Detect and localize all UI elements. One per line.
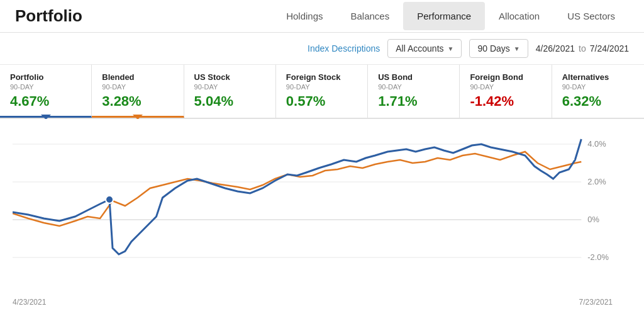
card-title-alternatives: Alternatives bbox=[562, 72, 634, 82]
tab-us-sectors[interactable]: US Sectors bbox=[553, 2, 629, 30]
chart-date-end: 7/23/2021 bbox=[579, 298, 613, 307]
perf-card-foreign-stock[interactable]: Foreign Stock 90-DAY 0.57% bbox=[276, 65, 368, 118]
perf-card-us-stock[interactable]: US Stock 90-DAY 5.04% bbox=[184, 65, 276, 118]
chevron-down-icon: ▼ bbox=[514, 45, 520, 52]
perf-card-portfolio[interactable]: Portfolio 90-DAY 4.67% bbox=[0, 65, 92, 118]
perf-card-alternatives[interactable]: Alternatives 90-DAY 6.32% bbox=[552, 65, 644, 118]
card-value-blended: 3.28% bbox=[102, 93, 173, 110]
card-title-portfolio: Portfolio bbox=[10, 72, 81, 82]
card-value-alternatives: 6.32% bbox=[562, 93, 634, 110]
performance-cards: Portfolio 90-DAY 4.67% Blended 90-DAY 3.… bbox=[0, 65, 644, 119]
card-period-us-stock: 90-DAY bbox=[194, 83, 265, 91]
date-range: 4/26/2021 to 7/24/2021 bbox=[536, 43, 629, 54]
chart-date-labels: 4/23/2021 7/23/2021 bbox=[0, 295, 644, 307]
card-title-foreign-bond: Foreign Bond bbox=[470, 72, 541, 82]
perf-card-us-bond[interactable]: US Bond 90-DAY 1.71% bbox=[368, 65, 460, 118]
card-title-blended: Blended bbox=[102, 72, 173, 82]
svg-text:0%: 0% bbox=[587, 215, 599, 224]
chevron-down-icon: ▼ bbox=[448, 45, 454, 52]
svg-text:4.0%: 4.0% bbox=[587, 139, 606, 149]
chart-area: 4.0% 2.0% 0% -2.0% bbox=[0, 119, 644, 295]
app-title: Portfolio bbox=[15, 6, 82, 26]
date-from: 4/26/2021 bbox=[536, 43, 575, 54]
performance-chart: 4.0% 2.0% 0% -2.0% bbox=[13, 125, 613, 276]
toolbar: Index Descriptions All Accounts ▼ 90 Day… bbox=[0, 33, 644, 65]
svg-text:2.0%: 2.0% bbox=[587, 177, 606, 186]
card-period-alternatives: 90-DAY bbox=[562, 83, 634, 91]
card-title-us-bond: US Bond bbox=[378, 72, 449, 82]
card-value-foreign-stock: 0.57% bbox=[286, 93, 357, 110]
perf-card-blended[interactable]: Blended 90-DAY 3.28% bbox=[92, 65, 184, 118]
date-to-label: to bbox=[579, 43, 586, 54]
card-title-us-stock: US Stock bbox=[194, 72, 265, 82]
card-period-portfolio: 90-DAY bbox=[10, 83, 81, 91]
card-value-portfolio: 4.67% bbox=[10, 93, 81, 110]
header: Portfolio Holdings Balances Performance … bbox=[0, 0, 644, 33]
date-to: 7/24/2021 bbox=[590, 43, 629, 54]
card-title-foreign-stock: Foreign Stock bbox=[286, 72, 357, 82]
card-value-us-bond: 1.71% bbox=[378, 93, 449, 110]
card-value-foreign-bond: -1.42% bbox=[470, 93, 541, 110]
chart-date-start: 4/23/2021 bbox=[13, 298, 46, 307]
card-period-foreign-stock: 90-DAY bbox=[286, 83, 357, 91]
tab-holdings[interactable]: Holdings bbox=[272, 2, 336, 30]
period-dropdown[interactable]: 90 Days ▼ bbox=[469, 39, 528, 58]
card-value-us-stock: 5.04% bbox=[194, 93, 265, 110]
index-descriptions-link[interactable]: Index Descriptions bbox=[308, 43, 380, 54]
svg-text:-2.0%: -2.0% bbox=[587, 252, 609, 262]
card-period-foreign-bond: 90-DAY bbox=[470, 83, 541, 91]
tab-balances[interactable]: Balances bbox=[337, 2, 404, 30]
card-period-blended: 90-DAY bbox=[102, 83, 173, 91]
perf-card-foreign-bond[interactable]: Foreign Bond 90-DAY -1.42% bbox=[460, 65, 552, 118]
tab-allocation[interactable]: Allocation bbox=[485, 2, 553, 30]
tab-performance[interactable]: Performance bbox=[403, 2, 485, 30]
card-period-us-bond: 90-DAY bbox=[378, 83, 449, 91]
account-dropdown[interactable]: All Accounts ▼ bbox=[387, 39, 462, 58]
nav-tabs: Holdings Balances Performance Allocation… bbox=[272, 2, 629, 30]
svg-point-8 bbox=[106, 196, 113, 203]
